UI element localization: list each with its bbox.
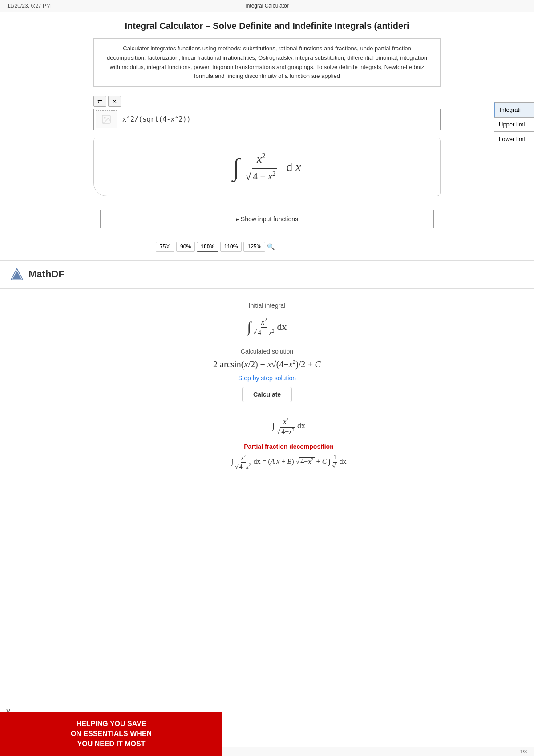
step-solution-area: ∫ x2 √4−x2 dx Partial fraction decomposi… <box>36 414 534 471</box>
integral-fraction: x2 √ 4 − x2 <box>245 151 278 183</box>
zoom-90[interactable]: 90% <box>176 242 195 252</box>
ad-line-3: YOU NEED IT MOST <box>7 739 215 749</box>
ad-line-1: HELPING YOU SAVE <box>7 719 215 729</box>
dx-label: dx <box>277 321 287 333</box>
image-icon <box>101 114 112 125</box>
zoom-100[interactable]: 100% <box>197 242 218 252</box>
mathdf-logo-section: MathDF <box>0 261 534 288</box>
description-box: Calculator integrates functions using me… <box>93 38 441 87</box>
input-section: ⇄ ✕ <box>93 96 441 130</box>
mathdf-logo-icon <box>9 266 25 282</box>
math-display-box: ∫ x2 √ 4 − x2 d x <box>93 138 441 196</box>
description-text: Calculator integrates functions using me… <box>107 45 427 79</box>
toolbar-row: ⇄ ✕ <box>93 96 441 107</box>
show-input-functions-button[interactable]: ▸ Show input functions <box>100 210 434 228</box>
fraction-denominator: √ 4 − x2 <box>245 167 278 183</box>
step-integral-formula: ∫ x2 √4−x2 dx <box>44 417 534 436</box>
calculate-button[interactable]: Calculate <box>242 387 292 402</box>
dx-part: d x <box>286 160 301 174</box>
browser-datetime: 11/20/23, 6:27 PM <box>7 3 51 9</box>
zoom-110[interactable]: 110% <box>220 242 242 252</box>
integral-sign: ∫ <box>233 154 239 179</box>
initial-integral-label: Initial integral <box>4 302 530 309</box>
right-tabs: Integrati Upper limi Lower limi <box>494 102 534 146</box>
initial-integral-block: Initial integral ∫ x2 √4 − x2 dx Calcula… <box>0 297 534 414</box>
step-content: ∫ x2 √4−x2 dx Partial fraction decomposi… <box>44 414 534 471</box>
ad-line-2: ON ESSENTIALS WHEN <box>7 729 215 739</box>
zoom-75[interactable]: 75% <box>156 242 174 252</box>
input-row <box>93 109 441 130</box>
math-rendered: ∫ x2 √ 4 − x2 d x <box>233 151 301 183</box>
results-section: Initial integral ∫ x2 √4 − x2 dx Calcula… <box>0 289 534 480</box>
formula-input[interactable] <box>119 112 440 127</box>
ad-banner: HELPING YOU SAVE ON ESSENTIALS WHEN YOU … <box>0 712 222 756</box>
svg-point-1 <box>104 117 105 118</box>
small-num: x2 <box>261 317 267 328</box>
integral-small-sign: ∫ <box>247 320 251 334</box>
initial-integral-formula: ∫ x2 √4 − x2 dx <box>247 317 287 337</box>
browser-tab-title: Integral Calculator <box>245 3 288 9</box>
magnify-icon[interactable]: 🔍 <box>267 243 275 250</box>
small-den: √4 − x2 <box>253 328 275 337</box>
clear-button[interactable]: ✕ <box>108 96 121 107</box>
tab-integration[interactable]: Integrati <box>494 102 534 117</box>
fraction-numerator: x2 <box>257 151 266 167</box>
shuffle-button[interactable]: ⇄ <box>93 96 106 107</box>
calculated-solution-label: Calculated solution <box>4 348 530 355</box>
page-title: Integral Calculator – Solve Definite and… <box>67 21 467 31</box>
vertical-line <box>36 414 36 471</box>
browser-bar: 11/20/23, 6:27 PM Integral Calculator <box>0 0 534 12</box>
input-icon-box <box>96 110 117 128</box>
step-by-step-link[interactable]: Step by step solution <box>4 374 530 382</box>
sqrt-wrapper: √ 4 − x2 <box>245 168 278 182</box>
tab-lower-limit[interactable]: Lower limi <box>494 132 534 146</box>
page-content: Integral Calculator – Solve Definite and… <box>67 12 467 252</box>
solution-formula: 2 arcsin(x/2) − x√(4−x2)/2 + C <box>4 358 530 370</box>
mathdf-logo-text: MathDF <box>28 268 65 280</box>
zoom-controls: 75% 90% 100% 110% 125% 🔍 <box>156 242 467 252</box>
small-fraction: x2 √4 − x2 <box>253 317 275 337</box>
partial-fraction-equation: ∫ x2 √4−x2 dx = (A x + B) √4−x2 + C ∫ 1 … <box>44 454 534 471</box>
partial-fraction-label: Partial fraction decomposition <box>44 443 534 450</box>
tab-upper-limit[interactable]: Upper limi <box>494 117 534 132</box>
footer-page-number: 1/3 <box>520 749 527 754</box>
zoom-125[interactable]: 125% <box>243 242 265 252</box>
